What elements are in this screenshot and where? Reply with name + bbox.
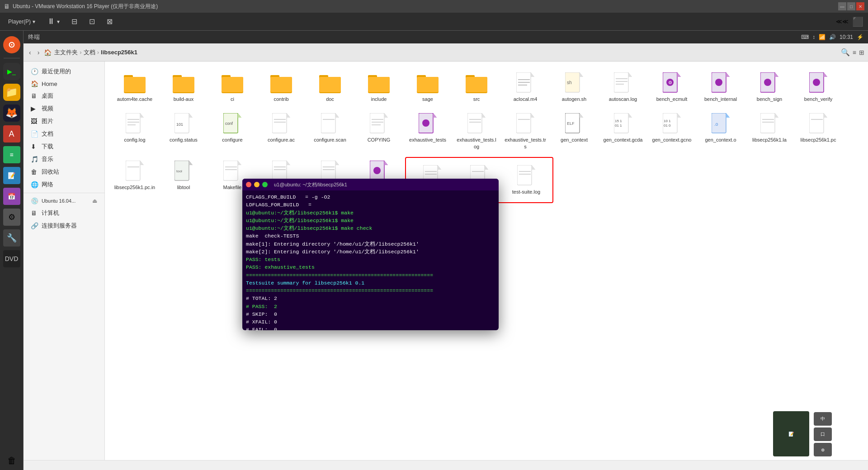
player-menu-button[interactable]: Player(P) ▾ (5, 17, 39, 27)
file-label-autogen: autogen.sh (562, 96, 586, 102)
file-item-exhaustive-tests-trs[interactable]: exhaustive_tests.trs (503, 109, 548, 153)
dock-item-editor[interactable]: A (3, 125, 20, 142)
desktop-icon: 🖥 (31, 92, 38, 100)
grid-view-button[interactable]: ⊞ (859, 49, 864, 56)
terminal-body[interactable]: CFLAGS_FOR_BUILD = -g -O2 LDFLAGS_FOR_BU… (242, 190, 499, 330)
sidebar-label-downloads: 下载 (42, 142, 53, 151)
file-item-build-aux[interactable]: build-aux (161, 69, 206, 106)
file-item-gen-context-gcda[interactable]: 15 101 1 gen_context.gcda (600, 109, 646, 153)
search-button[interactable]: 🔍 (841, 48, 850, 57)
dock-item-trash[interactable]: 🗑 (3, 452, 20, 469)
sidebar-item-pictures[interactable]: 🖼 图片 (24, 115, 104, 128)
terminal-close-button[interactable] (246, 182, 251, 187)
file-item-configure[interactable]: conf configure (210, 109, 255, 153)
svg-rect-8 (222, 77, 243, 92)
fullscreen-button[interactable]: ⊡ (85, 15, 99, 28)
sidebar-item-network[interactable]: 🌐 网络 (24, 178, 104, 191)
file-item-contrib[interactable]: contrib (259, 69, 304, 106)
file-item-configure-ac[interactable]: configure.ac (259, 109, 304, 153)
file-item-libsecp256k1-la[interactable]: libsecp256k1.la (747, 109, 792, 153)
snapshot-button[interactable]: ⊟ (68, 15, 81, 28)
file-item-configure-scan[interactable]: configure.scan (307, 109, 353, 153)
file-item-bench-ecmult[interactable]: ⚙ bench_ecmult (649, 69, 694, 106)
sidebar-item-computer[interactable]: 🖥 计算机 (24, 207, 104, 219)
file-item-libsecp256k1-pc[interactable]: libsecp256k1.pc (796, 109, 841, 153)
file-label-contrib: contrib (274, 96, 288, 102)
exec2-icon-gen-context: ELF (563, 113, 585, 135)
dock-item-spreadsheet[interactable]: ≡ (3, 146, 20, 163)
file-item-bench-verify[interactable]: bench_verify (796, 69, 841, 106)
file-item-doc[interactable]: doc (307, 69, 353, 106)
svg-rect-76 (321, 113, 335, 133)
svg-rect-113 (712, 113, 726, 133)
svg-marker-97 (531, 113, 534, 118)
file-item-gen-context-gcno[interactable]: 10 101 0 gen_context.gcno (649, 109, 694, 153)
svg-rect-134 (223, 161, 238, 180)
terminal-minimize-button[interactable] (254, 182, 259, 187)
term-line-8: make[2]: Entering directory '/home/u1/文档… (246, 248, 495, 256)
dock-item-tools[interactable]: 🔧 (3, 229, 20, 247)
file-item-include[interactable]: include (356, 69, 401, 106)
sidebar-item-home[interactable]: 🏠 Home (24, 78, 104, 90)
file-item-sage[interactable]: sage (405, 69, 450, 106)
file-item-src[interactable]: src (454, 69, 499, 106)
sidebar-item-documents[interactable]: 📄 文档 (24, 128, 104, 140)
sidebar-item-downloads[interactable]: ⬇ 下载 (24, 140, 104, 153)
unity-button[interactable]: ⊠ (103, 15, 116, 28)
terminal-maximize-button[interactable] (262, 182, 268, 187)
svg-rect-144 (321, 161, 335, 180)
file-item-aclocal[interactable]: aclocal.m4 (503, 69, 548, 106)
sidebar-item-videos[interactable]: ▶ 视频 (24, 102, 104, 115)
dock-item-ubuntu[interactable]: ⊙ (3, 36, 20, 53)
restore-button[interactable]: □ (847, 2, 855, 10)
file-item-autogen[interactable]: sh autogen.sh (552, 69, 597, 106)
dock-item-dvd[interactable]: DVD (3, 250, 20, 267)
sidebar-item-music[interactable]: 🎵 音乐 (24, 153, 104, 166)
file-item-gen-context-o[interactable]: .o gen_context.o (698, 109, 743, 153)
forward-button[interactable]: › (36, 47, 42, 58)
pause-button[interactable]: ⏸ ▾ (43, 15, 63, 28)
dock-item-files[interactable]: 📁 (3, 84, 20, 101)
file-item-gen-context[interactable]: ELF gen_context (552, 109, 597, 153)
back-button[interactable]: ‹ (27, 47, 33, 58)
file-item-libtool[interactable]: tool libtool (161, 157, 206, 203)
file-item-exhaustive-tests[interactable]: exhaustive_tests (405, 109, 450, 153)
svg-rect-108 (663, 113, 677, 133)
file-item-exhaustive-tests-log[interactable]: exhaustive_tests.log (454, 109, 499, 153)
svg-rect-71 (272, 113, 287, 133)
svg-text:sh: sh (567, 80, 572, 85)
file-item-config-status[interactable]: 101 config.status (161, 109, 206, 153)
text-icon-test-suite-log (515, 165, 537, 187)
dock-item-firefox[interactable]: 🦊 (3, 104, 20, 122)
breadcrumb-home[interactable]: 主文件夹 (54, 48, 78, 57)
close-button[interactable]: ✕ (856, 2, 864, 10)
file-item-config-log[interactable]: config.log (112, 109, 157, 153)
sidebar-item-trash[interactable]: 🗑 回收站 (24, 166, 104, 178)
file-item-ci[interactable]: ci (210, 69, 255, 106)
file-item-test-suite-log[interactable]: test-suite.log (504, 161, 549, 199)
breadcrumb-docs[interactable]: 文档 (84, 48, 95, 57)
file-item-copying[interactable]: COPYING (356, 109, 401, 153)
dock-item-terminal[interactable]: ▶_ (3, 63, 20, 80)
dock-item-calendar[interactable]: 📅 (3, 188, 20, 205)
file-item-bench-internal[interactable]: bench_internal (698, 69, 743, 106)
minimize-button[interactable]: — (838, 2, 846, 10)
terminal-window[interactable]: u1@ubuntu: ~/文档/libsecp256k1 CFLAGS_FOR_… (242, 179, 499, 330)
file-item-libsecp256k1-pc-in[interactable]: libsecp256k1.pc.in (112, 157, 157, 203)
sidebar-item-desktop[interactable]: 🖥 桌面 (24, 90, 104, 102)
list-view-button[interactable]: ≡ (853, 49, 856, 56)
breadcrumb-current[interactable]: libsecp256k1 (101, 49, 137, 56)
svg-marker-124 (824, 113, 827, 118)
sidebar-item-ubuntu-disk[interactable]: 💿 Ubuntu 16.04... ⏏ (24, 195, 104, 207)
dock-item-writer[interactable]: 📝 (3, 167, 20, 184)
file-item-autom4te[interactable]: autom4te.cache (112, 69, 157, 106)
svg-rect-5 (173, 77, 194, 92)
sidebar-item-recent[interactable]: 🕐 最近使用的 (24, 65, 104, 78)
sidebar-item-connect-server[interactable]: 🔗 连接到服务器 (24, 219, 104, 232)
file-label-gen-context-gcda: gen_context.gcda (604, 137, 643, 143)
file-item-autoscan[interactable]: autoscan.log (600, 69, 646, 106)
eject-icon[interactable]: ⏏ (92, 198, 97, 204)
videos-icon: ▶ (31, 105, 38, 112)
dock-item-settings[interactable]: ⚙ (3, 209, 20, 226)
file-item-bench-sign[interactable]: bench_sign (747, 69, 792, 106)
